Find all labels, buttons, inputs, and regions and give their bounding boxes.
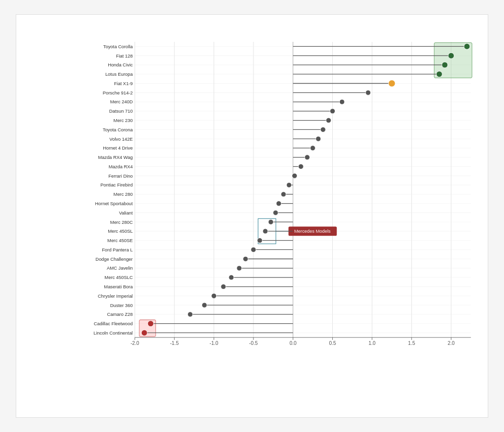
svg-point-99	[229, 275, 234, 280]
svg-point-69	[316, 136, 321, 141]
svg-point-95	[243, 256, 248, 261]
svg-point-75	[298, 164, 303, 169]
svg-text:Chrysler Imperial: Chrysler Imperial	[98, 294, 133, 299]
svg-point-59	[366, 90, 371, 95]
svg-point-79	[286, 183, 291, 187]
svg-text:Fiat X1-9: Fiat X1-9	[114, 81, 133, 86]
svg-text:Merc 280: Merc 280	[114, 192, 133, 197]
svg-point-53	[442, 62, 448, 68]
svg-text:Ford Pantera L: Ford Pantera L	[102, 247, 133, 252]
svg-text:Dodge Challenger: Dodge Challenger	[95, 257, 133, 262]
svg-text:-1.5: -1.5	[170, 340, 179, 346]
svg-point-81	[281, 192, 286, 197]
chart-title	[16, 15, 488, 24]
svg-text:Ferrari Dino: Ferrari Dino	[108, 174, 133, 179]
svg-text:Hornet 4 Drive: Hornet 4 Drive	[103, 146, 132, 151]
svg-text:Porsche 914-2: Porsche 914-2	[103, 91, 133, 95]
svg-point-85	[273, 210, 278, 215]
svg-point-105	[202, 303, 207, 308]
svg-text:Mazda RX4 Wag: Mazda RX4 Wag	[98, 155, 133, 160]
svg-point-63	[330, 109, 335, 114]
svg-text:Volvo 142E: Volvo 142E	[109, 137, 132, 142]
svg-point-91	[257, 238, 262, 243]
chart-area: Mercedes Models-2.0-1.5-1.0-0.50.00.51.0…	[80, 42, 473, 390]
svg-text:2.0: 2.0	[447, 340, 455, 346]
svg-text:Merc 230: Merc 230	[114, 118, 133, 123]
svg-text:-2.0: -2.0	[130, 340, 139, 346]
svg-point-103	[211, 293, 216, 298]
svg-text:Maserati Bora: Maserati Bora	[104, 284, 133, 289]
svg-point-89	[263, 229, 268, 234]
svg-text:Merc 450SL: Merc 450SL	[108, 229, 133, 234]
svg-text:Honda Civic: Honda Civic	[108, 62, 133, 67]
svg-text:-1.0: -1.0	[210, 340, 219, 346]
svg-text:Merc 240D: Merc 240D	[110, 99, 133, 104]
svg-point-51	[448, 53, 454, 59]
svg-point-93	[251, 247, 256, 252]
svg-text:0.0: 0.0	[289, 340, 297, 346]
svg-point-61	[340, 99, 345, 104]
svg-point-109	[148, 321, 154, 327]
svg-text:-0.5: -0.5	[249, 340, 258, 346]
svg-point-67	[320, 127, 325, 132]
svg-text:Mazda RX4: Mazda RX4	[109, 164, 133, 169]
svg-text:0.5: 0.5	[329, 340, 336, 346]
svg-text:Lincoln Continental: Lincoln Continental	[94, 331, 133, 336]
svg-point-97	[237, 266, 242, 271]
svg-point-101	[221, 284, 226, 289]
svg-text:AMC Javelin: AMC Javelin	[107, 266, 133, 271]
svg-text:Duster 360: Duster 360	[110, 303, 133, 308]
svg-point-107	[188, 312, 192, 317]
svg-point-71	[310, 146, 315, 151]
svg-text:Fiat 128: Fiat 128	[116, 54, 133, 59]
svg-text:Camaro Z28: Camaro Z28	[107, 312, 133, 317]
svg-point-73	[305, 155, 310, 160]
svg-text:Hornet Sportabout: Hornet Sportabout	[95, 201, 133, 206]
svg-text:Merc 280C: Merc 280C	[110, 220, 133, 225]
svg-text:Cadillac Fleetwood: Cadillac Fleetwood	[94, 321, 132, 326]
svg-text:Pontiac Firebird: Pontiac Firebird	[100, 183, 133, 187]
svg-text:1.5: 1.5	[408, 340, 415, 346]
svg-text:Mercedes Models: Mercedes Models	[294, 229, 331, 234]
svg-point-65	[326, 118, 331, 123]
svg-point-57	[388, 80, 395, 87]
svg-point-111	[141, 330, 147, 336]
svg-point-77	[292, 173, 297, 178]
svg-text:Valiant: Valiant	[119, 211, 133, 216]
svg-text:Lotus Europa: Lotus Europa	[105, 72, 133, 77]
svg-text:Merc 450SE: Merc 450SE	[107, 238, 133, 243]
chart-container: Mercedes Models-2.0-1.5-1.0-0.50.00.51.0…	[16, 14, 488, 418]
svg-text:Merc 450SLC: Merc 450SLC	[104, 275, 133, 280]
svg-text:Toyota Corona: Toyota Corona	[103, 127, 133, 132]
svg-point-83	[276, 201, 281, 206]
svg-point-87	[268, 219, 273, 224]
svg-text:Toyota Corolla: Toyota Corolla	[103, 44, 133, 49]
svg-point-49	[464, 43, 470, 49]
svg-point-55	[436, 71, 442, 77]
svg-text:Datsun 710: Datsun 710	[109, 109, 133, 114]
svg-text:1.0: 1.0	[369, 340, 376, 346]
